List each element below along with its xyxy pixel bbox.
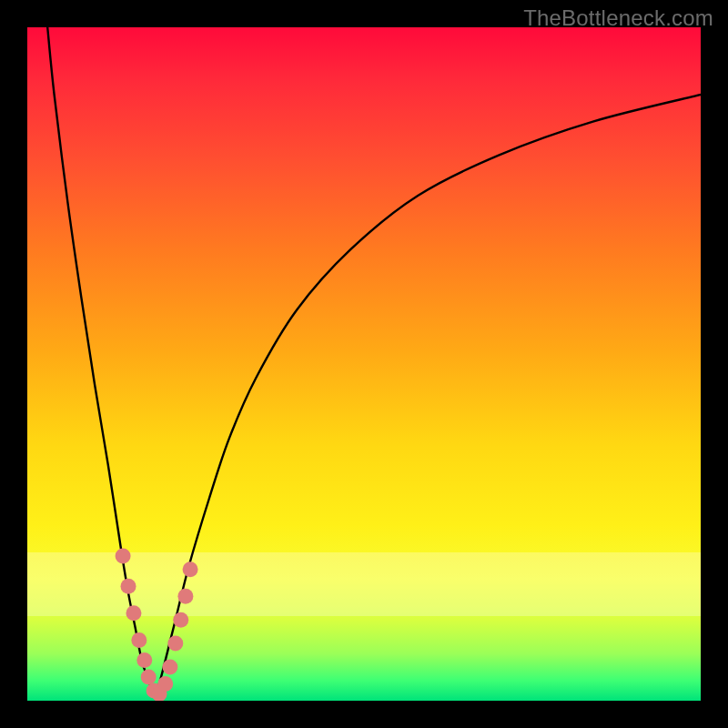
marker-dot	[167, 636, 183, 652]
marker-dot	[173, 612, 188, 628]
marker-dot	[121, 579, 136, 594]
chart-frame: TheBottleneck.com	[0, 0, 728, 728]
marker-dot	[136, 652, 152, 668]
marker-dot	[116, 548, 131, 563]
watermark-text: TheBottleneck.com	[523, 5, 713, 31]
series-left-branch	[47, 27, 155, 697]
marker-dot	[162, 660, 177, 675]
plot-area	[27, 27, 701, 701]
marker-dot	[177, 589, 193, 604]
marker-dot	[141, 670, 157, 685]
series-right-branch	[156, 95, 701, 697]
curve-layer	[27, 27, 701, 701]
marker-dot	[131, 632, 147, 648]
marker-dot	[126, 605, 141, 621]
marker-dot	[183, 561, 198, 577]
marker-dot	[157, 676, 173, 692]
highlight-markers	[116, 548, 198, 701]
